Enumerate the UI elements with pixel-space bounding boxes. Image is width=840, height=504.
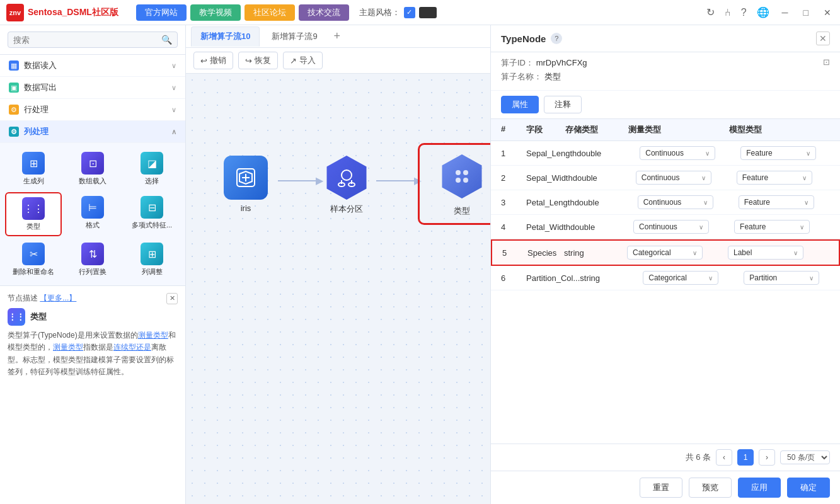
language-icon[interactable]: 🌐 xyxy=(757,6,769,18)
node-type[interactable]: ⋮⋮ 类型 xyxy=(5,192,62,236)
model-select-6[interactable]: Partition ∨ xyxy=(744,271,819,285)
measure-select-6[interactable]: Categorical ∨ xyxy=(643,271,718,285)
logo-icon: znv xyxy=(6,4,24,21)
nav-exchange[interactable]: 技术交流 xyxy=(299,4,349,21)
tab-add-button[interactable]: + xyxy=(330,29,345,44)
tab-properties[interactable]: 属性 xyxy=(501,96,539,113)
panel-header: TypeNode ? ✕ xyxy=(491,25,840,52)
measure-select-3[interactable]: Continuous ∨ xyxy=(638,195,713,209)
model-dropdown-6[interactable]: Partition ∨ xyxy=(744,271,840,285)
model-dropdown-5[interactable]: Label ∨ xyxy=(728,246,829,260)
node-select[interactable]: ◪ 选择 xyxy=(124,148,180,190)
minimize-button[interactable]: ─ xyxy=(780,8,791,18)
model-dropdown-4[interactable]: Feature ∨ xyxy=(734,220,835,234)
tab-comments[interactable]: 注释 xyxy=(544,96,582,113)
model-dropdown-2[interactable]: Feature ∨ xyxy=(737,171,837,185)
chevron-down-icon: ∨ xyxy=(171,62,176,70)
panel-help-button[interactable]: ? xyxy=(551,33,562,44)
measure-dropdown-4[interactable]: Continuous ∨ xyxy=(633,220,734,234)
chevron-down-icon: ∨ xyxy=(699,224,703,231)
model-dropdown-3[interactable]: Feature ∨ xyxy=(739,195,839,209)
toolbar: ↩ 撤销 ↪ 恢复 ↗ 导入 xyxy=(186,48,490,74)
tabs-bar: 新增算子流10 新增算子流9 + xyxy=(186,25,490,48)
undo-button[interactable]: ↩ 撤销 xyxy=(193,52,233,69)
redo-button[interactable]: ↪ 恢复 xyxy=(238,52,278,69)
node-array-load[interactable]: ⊡ 数组载入 xyxy=(64,148,121,190)
node-delete-rename[interactable]: ✂ 删除和重命名 xyxy=(5,239,62,280)
page-1-button[interactable]: 1 xyxy=(737,449,754,466)
measure-select-2[interactable]: Continuous ∨ xyxy=(636,171,711,185)
sidebar-item-data-import[interactable]: ▦ 数据读入 ∨ xyxy=(0,55,185,77)
cell-num: 3 xyxy=(501,198,526,207)
model-select-2[interactable]: Feature ∨ xyxy=(737,171,812,185)
import-button[interactable]: ↗ 导入 xyxy=(283,52,323,69)
search-input[interactable] xyxy=(13,35,161,45)
tab-flow10[interactable]: 新增算子流10 xyxy=(191,26,260,47)
desc-more-link[interactable]: 【更多...】 xyxy=(40,294,76,302)
measure-select-4[interactable]: Continuous ∨ xyxy=(633,220,709,234)
col-header-num: # xyxy=(501,124,526,135)
refresh-icon[interactable]: ↻ xyxy=(706,6,715,18)
help-icon[interactable]: ? xyxy=(741,7,747,18)
cell-num: 4 xyxy=(501,222,526,232)
branch-icon[interactable]: ⑃ xyxy=(725,7,731,18)
type-node-selected-box[interactable]: 类型 xyxy=(418,143,490,225)
sidebar-item-data-export[interactable]: ▣ 数据写出 ∨ xyxy=(0,77,185,99)
sidebar: 🔍 ▦ 数据读入 ∨ ▣ 数据写出 ∨ ⚙ 行处理 ∨ ⚙ 列处理 ∧ ⊞ xyxy=(0,25,186,504)
preview-button[interactable]: 预览 xyxy=(689,478,732,498)
panel-close-button[interactable]: ✕ xyxy=(816,32,830,45)
svg-point-11 xyxy=(463,178,468,183)
theme-check-icon[interactable]: ✓ xyxy=(404,7,415,18)
pagination-total: 共 6 条 xyxy=(686,452,711,463)
flow-node-partition[interactable]: 样本分区 xyxy=(325,156,369,215)
search-box: 🔍 xyxy=(0,25,185,55)
model-dropdown-1[interactable]: Feature ∨ xyxy=(740,146,840,160)
model-select-5[interactable]: Label ∨ xyxy=(728,246,803,260)
measure-dropdown-6[interactable]: Categorical ∨ xyxy=(643,271,744,285)
cell-num: 1 xyxy=(501,149,526,158)
close-button[interactable]: ✕ xyxy=(821,8,834,18)
reset-button[interactable]: 重置 xyxy=(640,478,682,498)
node-format[interactable]: ⊨ 格式 xyxy=(64,192,121,236)
tab-flow9[interactable]: 新增算子流9 xyxy=(262,26,326,47)
chevron-down-icon: ∨ xyxy=(171,84,176,92)
theme-dark-icon[interactable] xyxy=(419,7,437,18)
measure-dropdown-1[interactable]: Continuous ∨ xyxy=(640,146,740,160)
maximize-button[interactable]: □ xyxy=(801,8,811,18)
nav-tutorial[interactable]: 教学视频 xyxy=(190,4,241,21)
type-node-label: 类型 xyxy=(454,205,470,217)
flow-node-iris[interactable]: iris xyxy=(224,156,268,213)
canvas[interactable]: iris ▶ xyxy=(186,74,490,504)
node-col-adjust[interactable]: ⊞ 列调整 xyxy=(124,239,180,280)
operator-id-label: 算子ID： xyxy=(501,58,534,67)
prev-page-button[interactable]: ‹ xyxy=(716,449,732,466)
measure-select-1[interactable]: Continuous ∨ xyxy=(640,146,715,160)
page-size-select[interactable]: 50 条/页 xyxy=(780,450,830,464)
apply-button[interactable]: 应用 xyxy=(738,478,781,498)
sidebar-item-col-processing[interactable]: ⚙ 列处理 ∧ xyxy=(0,121,185,143)
node-generate-col[interactable]: ⊞ 生成列 xyxy=(5,148,62,190)
redo-icon: ↪ xyxy=(245,56,252,66)
next-page-button[interactable]: › xyxy=(759,449,775,466)
sidebar-item-row-processing[interactable]: ⚙ 行处理 ∨ xyxy=(0,99,185,121)
node-grid: ⊞ 生成列 ⊡ 数组载入 ◪ 选择 ⋮⋮ 类型 ⊨ 格式 ⊟ 多项式特征... xyxy=(0,143,185,285)
measure-dropdown-5[interactable]: Categorical ∨ xyxy=(627,246,728,260)
type-node-hex-wrap xyxy=(437,151,487,202)
node-row-col-swap[interactable]: ⇅ 行列置换 xyxy=(64,239,121,280)
desc-close-button[interactable]: ✕ xyxy=(166,293,178,304)
confirm-button[interactable]: 确定 xyxy=(787,478,830,498)
node-polynomial[interactable]: ⊟ 多项式特征... xyxy=(124,192,180,236)
measure-select-5[interactable]: Categorical ∨ xyxy=(627,246,703,260)
nav-official-site[interactable]: 官方网站 xyxy=(136,4,187,21)
col-processing-icon: ⚙ xyxy=(9,127,19,137)
model-select-1[interactable]: Feature ∨ xyxy=(740,146,816,160)
model-select-3[interactable]: Feature ∨ xyxy=(739,195,814,209)
model-select-4[interactable]: Feature ∨ xyxy=(734,220,810,234)
measure-dropdown-3[interactable]: Continuous ∨ xyxy=(638,195,739,209)
nav-forum[interactable]: 社区论坛 xyxy=(245,4,295,21)
desc-node-icon: ⋮⋮ xyxy=(8,308,25,326)
svg-point-6 xyxy=(338,183,345,186)
cell-field: Species xyxy=(527,248,564,258)
measure-dropdown-2[interactable]: Continuous ∨ xyxy=(636,171,737,185)
expand-icon[interactable]: ⊡ xyxy=(823,57,830,67)
